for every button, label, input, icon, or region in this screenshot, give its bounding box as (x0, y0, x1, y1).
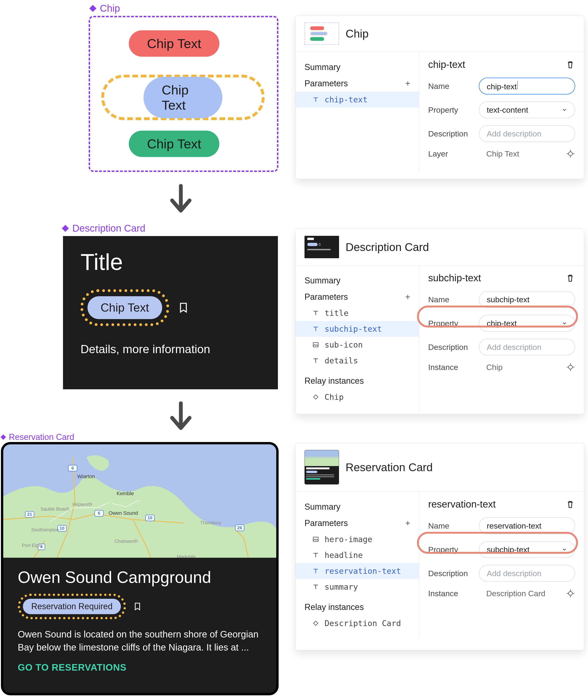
more-menu-icon[interactable] (567, 243, 575, 251)
chevron-down-icon (562, 320, 567, 326)
chip-text: Chip Text (147, 136, 201, 151)
parameter-item[interactable]: reservation-text (296, 563, 419, 579)
chip-green[interactable]: Chip Text (129, 131, 219, 157)
text-icon (312, 325, 320, 333)
description-input[interactable]: Add description (479, 565, 575, 582)
section-summary[interactable]: Summary (296, 59, 419, 75)
instance-value: Chip (479, 362, 575, 372)
property-select[interactable]: subchip-text (479, 541, 575, 558)
add-parameter-button[interactable]: + (405, 518, 410, 528)
map-place: Chatsworth (115, 539, 138, 544)
go-to-reservations-button[interactable]: GO TO RESERVATIONS (18, 662, 262, 673)
description-label: Description (428, 343, 479, 352)
name-input[interactable]: subchip-text (479, 291, 575, 308)
section-relay-instances: Relay instances (296, 373, 419, 389)
description-input[interactable]: Add description (479, 339, 575, 355)
panel-title: Reservation Card (346, 461, 560, 474)
image-icon (312, 536, 320, 543)
parameter-item-label: details (325, 356, 358, 365)
panel-title: Description Card (346, 241, 560, 254)
reservation-summary: Owen Sound is located on the southern sh… (18, 628, 262, 654)
map-place: Markdale (177, 554, 196, 558)
bookmark-icon[interactable] (133, 601, 142, 612)
selection-outline: Chip Text (101, 75, 264, 120)
arrow-down-icon (163, 179, 198, 219)
parameter-item-label: hero-image (325, 535, 373, 544)
parameter-item[interactable]: subchip-text (296, 321, 419, 337)
layer-value: Chip Text (479, 149, 575, 158)
chip-text: Chip Text (147, 36, 201, 51)
map-place: Port Elgin (22, 543, 42, 548)
property-select[interactable]: chip-text (479, 315, 575, 332)
property-label: Property (428, 545, 479, 554)
locate-icon[interactable] (566, 589, 575, 598)
parameter-item[interactable]: Description Card (296, 615, 419, 631)
delete-icon[interactable] (565, 499, 575, 509)
parameter-item[interactable]: hero-image (296, 531, 419, 547)
section-parameters: Parameters + (296, 515, 419, 531)
parameter-item[interactable]: details (296, 353, 419, 369)
name-label: Name (428, 521, 479, 530)
detail-title: reservation-text (428, 499, 496, 510)
component-label-text: Description Card (72, 223, 145, 234)
description-input[interactable]: Add description (479, 125, 575, 142)
parameter-item[interactable]: Chip (296, 389, 419, 405)
name-label: Name (428, 82, 479, 91)
description-chip[interactable]: Chip Text (87, 296, 162, 319)
selection-outline: Reservation Required (18, 594, 126, 619)
map-road-label: 21 (27, 512, 32, 517)
map-place: Thornbury (200, 520, 221, 525)
instance-value: Description Card (479, 589, 575, 598)
more-menu-icon[interactable] (567, 29, 575, 38)
reservation-chip[interactable]: Reservation Required (23, 599, 121, 614)
component-label-description-card: Description Card (61, 223, 145, 234)
parameters-panel-chip: Chip Summary Parameters + chip-text chip… (296, 15, 584, 179)
parameter-item[interactable]: summary (296, 579, 419, 595)
component-thumbnail (305, 450, 339, 484)
description-details: Details, more information (80, 342, 260, 356)
reservation-card: 6 10 21 6 10 26 4 Wiarton Kemble Owen So… (1, 442, 278, 695)
chip-text: Chip Text (101, 301, 149, 314)
bookmark-icon[interactable] (177, 300, 189, 315)
locate-icon[interactable] (566, 362, 575, 372)
layer-label: Layer (428, 149, 479, 158)
description-title: Title (80, 249, 260, 275)
reservation-headline: Owen Sound Campground (18, 568, 262, 587)
section-summary[interactable]: Summary (296, 499, 419, 515)
parameter-item[interactable]: headline (296, 547, 419, 563)
chip-blue[interactable]: Chip Text (143, 77, 222, 118)
arrow-down-icon (163, 397, 198, 436)
add-parameter-button[interactable]: + (405, 292, 410, 302)
description-card: Title Chip Text Details, more informatio… (63, 236, 278, 389)
section-summary[interactable]: Summary (296, 272, 419, 289)
text-icon (312, 583, 320, 591)
add-parameter-button[interactable]: + (405, 79, 410, 88)
delete-icon[interactable] (565, 273, 575, 283)
parameter-item-label: summary (325, 582, 358, 592)
chip-red[interactable]: Chip Text (129, 30, 219, 57)
parameter-item[interactable]: sub-icon (296, 337, 419, 353)
parameter-item-label: headline (325, 550, 363, 560)
map-place: Southampton (31, 527, 59, 532)
selection-outline: Chip Text (80, 289, 169, 326)
parameter-item-label: reservation-text (325, 566, 401, 576)
parameter-item[interactable]: title (296, 305, 419, 321)
name-input[interactable]: chip-text (479, 78, 575, 94)
parameter-item-label: title (325, 308, 349, 318)
chip-text: Chip Text (162, 83, 188, 112)
delete-icon[interactable] (565, 60, 575, 70)
parameter-item[interactable]: chip-text (296, 92, 419, 108)
text-icon (312, 96, 320, 103)
more-menu-icon[interactable] (567, 463, 575, 471)
map-road-label: 10 (59, 526, 64, 531)
chevron-down-icon (562, 547, 567, 552)
instance-icon (312, 620, 320, 627)
parameter-item-label: subchip-text (325, 324, 382, 334)
property-select[interactable]: text-content (479, 101, 575, 118)
instance-label: Instance (428, 363, 479, 372)
property-label: Property (428, 105, 479, 115)
locate-icon[interactable] (566, 149, 575, 158)
map-place: Kemble (117, 491, 134, 496)
detail-title: subchip-text (428, 272, 481, 284)
name-input[interactable]: reservation-text (479, 517, 575, 534)
